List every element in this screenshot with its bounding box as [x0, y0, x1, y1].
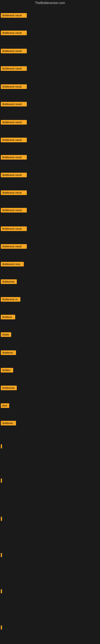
small-bar-2: [1, 478, 2, 482]
bottleneck-row-5: Bottleneck result: [0, 83, 28, 91]
small-bar-6: [1, 626, 2, 630]
bottleneck-row-7: Bottleneck result: [0, 118, 28, 127]
bottleneck-bar-21[interactable]: Bottlen: [1, 368, 13, 372]
bottleneck-row-22: Bottleneck: [0, 384, 18, 393]
bottleneck-row-15: Bottleneck resu: [0, 260, 25, 269]
indicator-4: [1, 552, 2, 559]
bottleneck-bar-5[interactable]: Bottleneck result: [1, 84, 27, 89]
small-bar-3: [1, 517, 2, 521]
indicator-2: [1, 477, 2, 484]
bottleneck-bar-8[interactable]: Bottleneck result: [1, 138, 27, 142]
bottleneck-bar-7[interactable]: Bottleneck result: [1, 120, 27, 124]
indicator-5: [1, 588, 2, 595]
bottleneck-bar-20[interactable]: Bottlenec: [1, 350, 16, 355]
bottleneck-row-12: Bottleneck result: [0, 206, 28, 215]
bottleneck-bar-13[interactable]: Bottleneck result: [1, 226, 27, 231]
bottleneck-row-16: Bottleneck: [0, 278, 18, 286]
bottleneck-row-3: Bottleneck result: [0, 47, 28, 56]
bottleneck-bar-1[interactable]: Bottleneck result: [1, 13, 27, 18]
bottleneck-row-21: Bottlen: [0, 366, 14, 375]
indicator-1: [1, 443, 2, 450]
bottleneck-bar-15[interactable]: Bottleneck resu: [1, 262, 24, 266]
bottleneck-bar-10[interactable]: Bottleneck result: [1, 173, 27, 177]
bottleneck-row-1: Bottleneck result: [0, 12, 28, 20]
bottleneck-bar-12[interactable]: Bottleneck result: [1, 208, 27, 212]
indicator-3: [1, 515, 2, 522]
bottleneck-row-8: Bottleneck result: [0, 136, 28, 145]
bottleneck-bar-16[interactable]: Bottleneck: [1, 279, 17, 284]
site-title: TheBottlenecker.com: [0, 0, 100, 6]
bottleneck-bar-2[interactable]: Bottleneck result: [1, 30, 27, 35]
bottleneck-bar-6[interactable]: Bottleneck result: [1, 102, 27, 106]
bottleneck-bar-11[interactable]: Bottleneck result: [1, 190, 27, 195]
bottleneck-row-4: Bottleneck result: [0, 64, 28, 73]
bottleneck-row-20: Bottlenec: [0, 349, 17, 358]
bottleneck-bar-23[interactable]: Bott: [1, 403, 9, 408]
bottleneck-row-14: Bottleneck result: [0, 242, 28, 251]
bottleneck-row-24: Bottlenec: [0, 419, 17, 428]
bottleneck-row-23: Bott: [0, 402, 10, 410]
bottleneck-bar-4[interactable]: Bottleneck result: [1, 66, 27, 71]
bottleneck-row-13: Bottleneck result: [0, 225, 28, 234]
bottleneck-bar-24[interactable]: Bottlenec: [1, 421, 16, 426]
bottleneck-bar-22[interactable]: Bottleneck: [1, 386, 17, 390]
bottleneck-bar-3[interactable]: Bottleneck result: [1, 49, 27, 53]
bottleneck-row-10: Bottleneck result: [0, 171, 28, 180]
bottleneck-row-17: Bottleneck re: [0, 296, 21, 304]
bottleneck-row-6: Bottleneck result: [0, 100, 28, 109]
small-bar-1: [1, 444, 2, 448]
bottleneck-row-9: Bottleneck result: [0, 153, 28, 162]
bottleneck-bar-9[interactable]: Bottleneck result: [1, 155, 27, 160]
indicator-6: [1, 624, 2, 631]
small-bar-4: [1, 553, 2, 557]
bottleneck-row-19: Bottle: [0, 331, 12, 339]
bottleneck-bar-14[interactable]: Bottleneck result: [1, 244, 27, 249]
bottleneck-row-11: Bottleneck result: [0, 189, 28, 198]
bottleneck-bar-17[interactable]: Bottleneck re: [1, 297, 20, 302]
bottleneck-row-18: Bottlene: [0, 313, 16, 322]
bottleneck-bar-18[interactable]: Bottlene: [1, 315, 15, 320]
bottleneck-row-2: Bottleneck result: [0, 29, 28, 38]
bottleneck-bar-19[interactable]: Bottle: [1, 332, 11, 337]
small-bar-5: [1, 589, 2, 593]
